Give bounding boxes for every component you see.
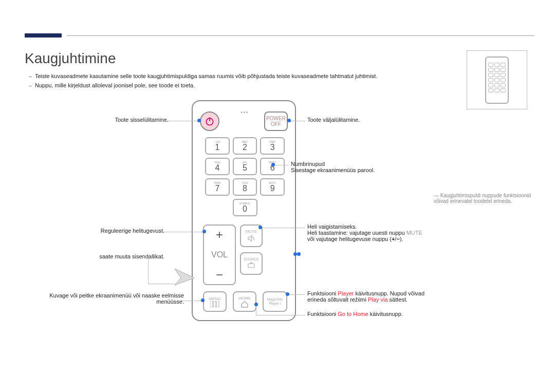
callout-player: Funktsiooni Player käivitusnupp. Nupud v…	[307, 290, 461, 303]
callout-mute-l1: Heli vaigistamiseks.	[307, 223, 456, 230]
home-icon	[240, 301, 249, 308]
mini-remote-outline	[485, 57, 509, 104]
dot-home	[254, 303, 258, 306]
power-off-button: POWER OFF	[264, 111, 288, 131]
header-accent-bar	[25, 33, 62, 38]
mute-icon	[247, 234, 256, 243]
menu-button: MENU	[203, 291, 227, 312]
callout-source: saate muuta sisendallikat.	[25, 253, 164, 259]
dot-volume	[202, 230, 206, 233]
remote-outline: POWER OFF .QZ1 ABC2 DEF3 GHI4 JKL5 MNO6 …	[192, 100, 296, 321]
bullet-2: Nuppu, mille kirjeldust alloleval joonis…	[30, 82, 377, 88]
callout-power-off: Toote väljalülitamine.	[307, 117, 360, 123]
home-button: HOME	[233, 291, 256, 312]
key-1: .QZ1	[205, 137, 230, 155]
lead-source-h2	[142, 257, 148, 258]
key-7: PRS7	[205, 178, 230, 196]
keypad: .QZ1 ABC2 DEF3 GHI4 JKL5 MNO6 PRS7 TUV8 …	[205, 137, 285, 219]
callout-power-on: Toote sisselülitamine.	[25, 117, 169, 123]
callout-numbers: Numbrinupud Sisestage ekraanimenüüs paro…	[291, 161, 375, 173]
mini-remote-keys	[488, 63, 506, 92]
power-on-button	[200, 111, 219, 131]
key-8: TUV8	[233, 178, 257, 196]
callout-mute-l2: Heli taastamine: vajutage uuesti nuppu M…	[307, 230, 456, 236]
key-5: JKL5	[233, 158, 257, 175]
lead-source-v	[148, 257, 149, 284]
callout-menu: Kuvage või peitke ekraanimenüü või naask…	[25, 292, 184, 305]
key-0: SYMBOL0	[233, 199, 257, 216]
key-4: GHI4	[205, 158, 230, 175]
vol-label: VOL	[211, 250, 228, 259]
svg-rect-5	[213, 301, 216, 307]
lead-numbers	[273, 165, 289, 165]
dot-mute	[258, 226, 262, 229]
dot-side-indicator	[293, 252, 297, 256]
callout-numbers-l2: Sisestage ekraanimenüüs parool.	[291, 167, 375, 173]
callout-volume: Reguleerige helitugevust.	[25, 228, 164, 234]
source-button: SOURCE	[240, 252, 263, 275]
menu-label: MENU	[209, 296, 221, 301]
menu-icon	[210, 301, 219, 307]
dot-side-indicator-2	[297, 252, 301, 256]
callout-mute: Heli vaigistamiseks. Heli taastamine: va…	[307, 223, 456, 242]
magicinfo-l2: Player I	[269, 302, 281, 306]
key-6: MNO6	[260, 158, 285, 175]
lead-mute	[261, 228, 305, 228]
volume-rocker: + VOL −	[203, 225, 236, 285]
magicinfo-button: MagicInfo Player I	[263, 291, 287, 312]
dot-power-on	[197, 119, 201, 122]
source-arrow-icon	[174, 268, 196, 286]
key-9: WXY9	[260, 178, 285, 196]
magicinfo-l1: MagicInfo	[267, 297, 283, 302]
callout-home: Funktsiooni Go to Home käivitusnupp.	[307, 311, 403, 317]
dot-menu	[201, 298, 205, 302]
dot-power-off	[287, 119, 291, 122]
lead-player	[288, 294, 305, 295]
ir-dots	[240, 111, 250, 115]
source-label: SOURCE	[244, 257, 259, 261]
svg-rect-3	[248, 264, 254, 268]
home-label: HOME	[238, 296, 251, 301]
lead-menu	[181, 301, 202, 301]
lead-power-on	[151, 121, 198, 121]
key-2: ABC2	[233, 137, 257, 155]
vol-minus: −	[216, 269, 223, 281]
callout-mute-l3: või vajutage helitugevuse nuppu (+/−).	[307, 236, 456, 242]
callout-numbers-l1: Numbrinupud	[291, 161, 375, 167]
key-3: DEF3	[260, 137, 285, 155]
header-rule	[67, 35, 534, 36]
lead-home-h	[256, 315, 305, 315]
lead-power-off	[290, 121, 305, 121]
mute-label: MUTE	[246, 229, 257, 234]
callout-player-l1: Funktsiooni Player käivitusnupp. Nupud v…	[307, 290, 461, 296]
page-title: Kaugjuhtimine	[25, 50, 116, 67]
svg-rect-4	[210, 301, 213, 307]
intro-bullets: Teiste kuvaseadmete kasutamine selle too…	[30, 73, 377, 91]
lead-home-v	[256, 305, 256, 315]
power-off-label: POWER OFF	[265, 116, 287, 127]
diagram-stage: POWER OFF .QZ1 ABC2 DEF3 GHI4 JKL5 MNO6 …	[25, 100, 534, 371]
svg-line-2	[252, 236, 255, 240]
power-icon	[205, 116, 215, 126]
callout-player-l2: erineda sõltuvalt režiimi Play via sätte…	[307, 296, 461, 303]
lead-volume	[148, 232, 203, 232]
bullet-1: Teiste kuvaseadmete kasutamine selle too…	[30, 73, 377, 79]
source-icon	[247, 261, 256, 270]
dot-numbers	[271, 163, 275, 166]
dot-player	[286, 292, 289, 296]
vol-plus: +	[216, 229, 223, 241]
svg-rect-6	[216, 301, 219, 307]
